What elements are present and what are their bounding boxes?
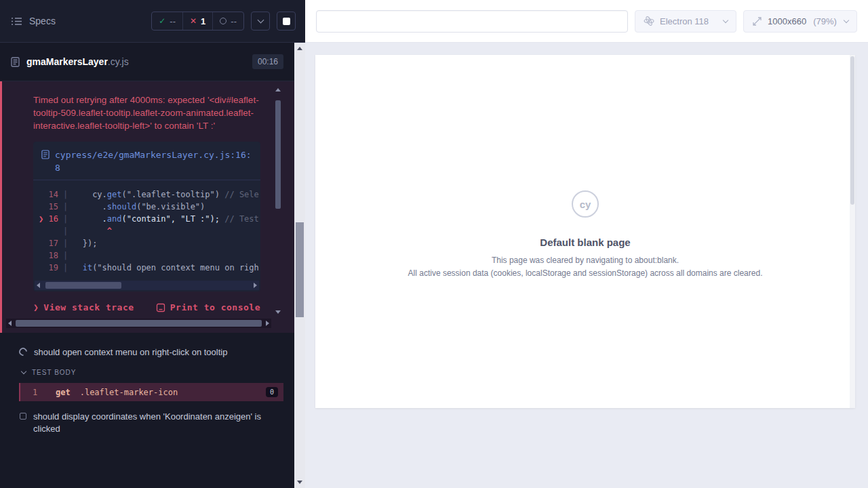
viewport-info-button[interactable]: 1000x660 (79%) — [743, 10, 857, 33]
file-icon — [41, 150, 50, 159]
runner-header: Electron 118 1000x660 (79%) — [305, 0, 868, 43]
test-row-running[interactable]: should open context menu on right-click … — [0, 341, 294, 364]
spinner-icon — [18, 346, 29, 358]
scroll-left-icon[interactable] — [8, 321, 12, 326]
stat-failed[interactable]: ✕ 1 — [182, 12, 212, 30]
print-icon — [156, 303, 165, 312]
viewport-size-icon — [752, 16, 762, 26]
browser-select-button[interactable]: Electron 118 — [635, 10, 736, 33]
cypress-app: Specs ✓ -- ✕ 1 -- — [0, 0, 868, 488]
scroll-up-icon[interactable] — [275, 88, 281, 92]
code-frame: cypress/e2e/gmaMarkersLayer.cy.js:16:8 1… — [33, 142, 260, 291]
electron-icon — [644, 16, 654, 26]
chevron-down-icon — [723, 17, 728, 22]
check-icon: ✓ — [159, 16, 165, 26]
spec-name: gmaMarkersLayer.cy.js — [26, 56, 129, 67]
spec-duration: 00:16 — [252, 54, 283, 69]
aut-scrollbar-thumb[interactable] — [850, 56, 854, 205]
aut-iframe[interactable]: cy Default blank page This page was clea… — [315, 55, 855, 408]
stop-icon — [283, 18, 290, 25]
x-icon: ✕ — [190, 16, 197, 26]
chevron-down-icon — [21, 369, 26, 374]
test-list: should open context menu on right-click … — [0, 333, 294, 441]
blank-page-content: cy Default blank page This page was clea… — [315, 190, 855, 278]
stop-run-button[interactable] — [277, 12, 296, 30]
stat-passed[interactable]: ✓ -- — [152, 12, 182, 30]
test-stats: ✓ -- ✕ 1 -- — [151, 12, 244, 30]
code-scrollbar-thumb[interactable] — [45, 282, 121, 289]
aut-container: cy Default blank page This page was clea… — [305, 43, 868, 488]
command-log-row[interactable]: 1 get .leaflet-marker-icon 0 — [19, 383, 283, 401]
code-lines: 14| cy.get(".leaflet-tooltip") // Sele 1… — [33, 180, 260, 275]
blank-page-line2: All active session data (cookies, localS… — [315, 268, 855, 278]
command-count-badge: 0 — [266, 387, 278, 397]
stat-pending[interactable]: -- — [212, 12, 243, 30]
reporter-panel: Specs ✓ -- ✕ 1 -- — [0, 0, 305, 488]
code-frame-file-link[interactable]: cypress/e2e/gmaMarkersLayer.cy.js:16:8 — [55, 148, 252, 174]
specs-list-icon[interactable] — [11, 17, 22, 26]
code-frame-header: cypress/e2e/gmaMarkersLayer.cy.js:16:8 — [33, 142, 260, 180]
spec-header[interactable]: gmaMarkersLayer.cy.js 00:16 — [0, 43, 294, 81]
test-row-queued[interactable]: should display coordinates when 'Koordin… — [0, 405, 294, 441]
error-message: Timed out retrying after 4000ms: expecte… — [33, 94, 260, 132]
spec-ext: .cy.js — [108, 56, 129, 67]
collapse-all-button[interactable] — [251, 12, 270, 30]
chevron-right-icon: ❯ — [33, 302, 39, 312]
spec-file-icon — [11, 57, 20, 67]
view-stack-trace-link[interactable]: ❯View stack trace — [33, 302, 134, 312]
blank-page-line1: This page was cleared by navigating to a… — [315, 256, 855, 265]
url-input[interactable] — [316, 10, 628, 33]
print-to-console-button[interactable]: Print to console — [156, 302, 260, 312]
reporter-main: gmaMarkersLayer.cy.js 00:16 Timed out re… — [0, 43, 294, 488]
reporter-scrollbar-thumb[interactable] — [296, 222, 304, 317]
pending-circle-icon — [220, 18, 226, 24]
queued-test-icon — [20, 413, 26, 420]
error-actions: ❯View stack trace Print to console — [33, 302, 260, 312]
scroll-down-icon[interactable] — [297, 481, 302, 484]
reporter-body: gmaMarkersLayer.cy.js 00:16 Timed out re… — [0, 43, 305, 488]
code-horizontal-scrollbar[interactable] — [35, 281, 259, 290]
vertical-scrollbar-thumb[interactable] — [275, 100, 281, 209]
aut-scrollbar[interactable] — [850, 55, 855, 408]
horizontal-scrollbar-thumb[interactable] — [16, 320, 262, 327]
error-horizontal-scrollbar[interactable] — [6, 319, 271, 328]
runner-panel: Electron 118 1000x660 (79%) cy Default b… — [305, 0, 868, 488]
chevron-down-icon — [257, 17, 264, 24]
scroll-right-icon[interactable] — [254, 283, 257, 288]
scroll-down-icon[interactable] — [275, 310, 281, 314]
test-error-panel: Timed out retrying after 4000ms: expecte… — [0, 81, 294, 333]
scroll-up-icon[interactable] — [297, 47, 302, 50]
specs-label[interactable]: Specs — [29, 16, 56, 26]
blank-page-title: Default blank page — [315, 237, 855, 248]
cypress-logo: cy — [572, 190, 599, 218]
error-vertical-scrollbar[interactable] — [274, 88, 282, 314]
scroll-left-icon[interactable] — [37, 283, 40, 288]
reporter-header: Specs ✓ -- ✕ 1 -- — [0, 0, 305, 43]
reporter-scrollbar[interactable] — [294, 43, 305, 488]
test-body-toggle[interactable]: TEST BODY — [0, 364, 294, 381]
scroll-right-icon[interactable] — [266, 321, 269, 326]
chevron-down-icon — [844, 17, 849, 22]
